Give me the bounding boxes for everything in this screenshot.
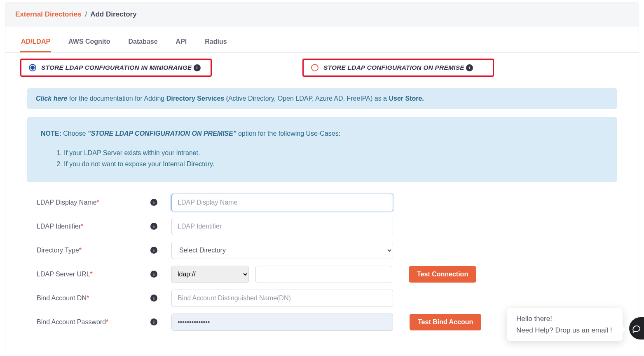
test-bind-account-button[interactable]: Test Bind Accoun [410,314,481,330]
radio-store-onpremise[interactable]: STORE LDAP CONFIGURATION ON PREMISE i [302,59,494,77]
radio-label-onpremise: STORE LDAP CONFIGURATION ON PREMISE [323,64,464,71]
bind-account-dn-input[interactable] [171,290,393,307]
test-connection-button[interactable]: Test Connection [409,266,476,283]
radio-label-miniorange: STORE LDAP CONFIGURATION IN MINIORANGE [41,64,192,71]
label-directory-type: Directory Type* [27,247,150,254]
tab-api[interactable]: API [175,31,188,52]
info-icon[interactable]: i [466,64,473,71]
info-icon[interactable]: i [150,295,157,302]
ldap-server-url-input[interactable] [255,266,392,283]
note-panel: NOTE: Choose "STORE LDAP CONFIGURATION O… [27,117,617,182]
bind-account-password-input[interactable] [171,314,393,331]
info-icon[interactable]: i [150,247,157,254]
breadcrumb: External Directories / Add Directory [5,3,639,26]
info-icon[interactable]: i [150,271,157,278]
radio-icon [29,64,36,71]
info-icon[interactable]: i [194,64,201,71]
ldap-scheme-select[interactable]: ldap:// [171,266,249,283]
tab-radius[interactable]: Radius [204,31,227,52]
tabs: AD/LDAP AWS Cognito Database API Radius [5,31,639,53]
tab-aws-cognito[interactable]: AWS Cognito [68,31,111,52]
note-item: If you do not want to expose your Intern… [64,158,603,170]
ldap-identifier-input[interactable] [171,218,393,235]
chat-line-2: Need Help? Drop us an email ! [516,326,614,335]
radio-store-miniorange[interactable]: STORE LDAP CONFIGURATION IN MINIORANGE i [20,59,212,77]
breadcrumb-parent[interactable]: External Directories [15,10,82,18]
info-icon[interactable]: i [150,223,157,230]
radio-icon [311,64,318,71]
label-ldap-display-name: LDAP Display Name* [27,199,150,206]
ldap-display-name-input[interactable] [171,194,393,211]
chat-help-popup[interactable]: Hello there! Need Help? Drop us an email… [507,308,623,341]
label-ldap-server-url: LDAP Server URL* [27,271,150,278]
label-bind-account-dn: Bind Account DN* [27,295,150,302]
label-bind-account-password: Bind Account Password* [27,318,150,326]
doc-click-here-link[interactable]: Click here [36,95,67,102]
documentation-info-panel: Click here for the documentation for Add… [27,88,617,109]
breadcrumb-current: Add Directory [90,10,136,18]
info-icon[interactable]: i [150,199,157,206]
info-icon[interactable]: i [150,318,157,325]
note-item: If your LDAP Server exists within your i… [64,147,603,158]
tab-ad-ldap[interactable]: AD/LDAP [20,31,51,52]
tab-database[interactable]: Database [127,31,158,52]
directory-type-select[interactable]: Select Directory [171,242,393,259]
chat-line-1: Hello there! [516,315,614,323]
label-ldap-identifier: LDAP Identifier* [27,223,150,230]
